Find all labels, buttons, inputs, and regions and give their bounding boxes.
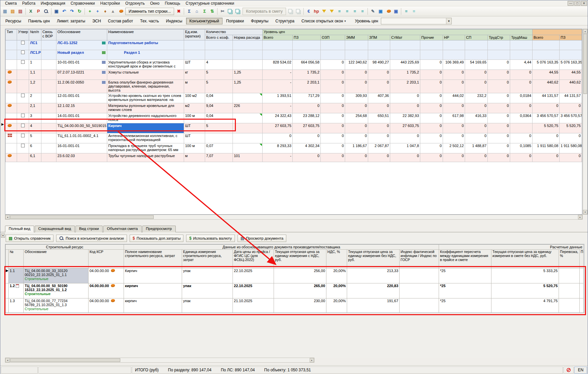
approve-checkbox[interactable] [21, 94, 25, 97]
cell-value[interactable]: 0 [443, 123, 465, 133]
cell-approve[interactable] [17, 153, 29, 162]
cell-type[interactable] [6, 153, 17, 162]
cell-value[interactable]: 0 [390, 133, 420, 143]
column-header[interactable]: Уровень цен [263, 29, 533, 35]
cell-inflation-index[interactable] [400, 268, 439, 283]
column-header[interactable]: ЗПМ [368, 35, 390, 40]
estimate-row[interactable]: 212-01-001-01Устройство кровель скатных … [6, 93, 582, 103]
cell-value[interactable]: 0 [465, 133, 488, 143]
cell-price-no-vat[interactable]: 213,33 [347, 268, 400, 283]
cell-unit[interactable]: упак [182, 283, 233, 298]
cell-unit[interactable]: м [184, 80, 205, 93]
maximize-button[interactable]: □ [574, 1, 580, 6]
cell-qty-norm[interactable]: 1,25 [233, 80, 263, 93]
cell-justification[interactable]: 12-01-001-01 [56, 93, 107, 103]
cell-value[interactable]: 44,55 [533, 70, 560, 80]
cell-vor-link[interactable] [41, 50, 56, 59]
view-document-button[interactable]: ▤Просмотр документа [238, 235, 286, 242]
notepad-icon[interactable]: hp [313, 8, 320, 15]
column-header[interactable]: ТрудСтр [488, 35, 510, 40]
cell-ksr-code[interactable]: 04.00.00.00 [89, 298, 124, 313]
tab-limit-zatraty[interactable]: Лимит. затраты [53, 18, 89, 24]
scroll-right-icon[interactable]: ► [578, 215, 582, 219]
cell-approve[interactable] [17, 133, 29, 143]
column-header[interactable]: Индекс фактической инфляции / Индекс по … [400, 250, 439, 268]
change-row-type-button[interactable]: Изменить тип строки... [125, 8, 174, 15]
cell-justification[interactable]: ТЦ_04.00.00.00_33_33120 00210_22.10.2025… [24, 268, 89, 283]
cell-value[interactable]: 1 047,8 [390, 143, 420, 153]
tab-spisok-otkrytykh-okon[interactable]: Список открытых окон▾ [298, 18, 349, 24]
scroll-left-icon[interactable]: ◄ [5, 358, 10, 362]
use-currency-button[interactable]: $Использовать валюту [186, 235, 235, 242]
cell-value[interactable]: 0 [420, 93, 443, 103]
cell-value[interactable]: 0 [510, 80, 533, 93]
cell-value[interactable]: 5 520,75 [533, 123, 560, 133]
tab-formuly[interactable]: Формулы [248, 18, 272, 24]
language-indicator[interactable]: EN [574, 367, 587, 374]
cell-approve[interactable] [17, 103, 29, 113]
chevron-down-icon[interactable]: ▾ [446, 18, 451, 24]
cell-full-name[interactable]: Кирпич [124, 268, 182, 283]
cell-value[interactable]: 0 [420, 113, 443, 123]
cell-price-date[interactable]: 22.10.2025 [233, 268, 274, 283]
cell-price-in-estimate[interactable]: 5 333,25 [491, 268, 559, 283]
approve-checkbox[interactable] [21, 41, 25, 44]
cell-approve[interactable] [17, 40, 29, 50]
cell-number[interactable]: 5 [29, 133, 41, 143]
column-header[interactable]: ПЗ [293, 35, 321, 40]
cell-value[interactable] [293, 50, 321, 59]
cell-name[interactable]: Балка опалубки фанерно-деревянная двутав… [107, 80, 184, 93]
cell-value[interactable]: 0 [465, 70, 488, 80]
cell-num[interactable]: 1.2 [9, 283, 24, 298]
cell-justification[interactable]: 14-01-001-01 [56, 113, 107, 123]
cell-value[interactable]: 0 [390, 103, 420, 113]
tab-popravki[interactable]: Поправки [223, 18, 247, 24]
column-header[interactable]: № [9, 250, 24, 268]
panels-icon[interactable]: ▦ [1, 8, 9, 15]
cell-price-in-estimate[interactable]: 5 520,75 [491, 283, 559, 298]
horizontal-scrollbar-main[interactable]: ◄ ► [5, 215, 583, 220]
cell-value[interactable]: 0 [488, 133, 510, 143]
cell-value[interactable]: - [263, 103, 293, 113]
cell-value[interactable]: 0 [293, 103, 321, 113]
cell-value[interactable]: 0 [321, 59, 345, 70]
totals-icon[interactable]: Σ [185, 8, 193, 15]
cell-value[interactable]: 0 [465, 80, 488, 93]
cell-value[interactable]: 717,29 [293, 93, 321, 103]
estimate-row[interactable]: 6,123.6.02.03Трубы чугунные напорные рас… [6, 153, 582, 162]
estimate-row[interactable]: 2,112.1.02.15Материалы рулонные кровельн… [6, 103, 582, 113]
cell-qty-total[interactable]: 4 [205, 59, 233, 70]
cell-value[interactable] [263, 40, 293, 50]
cell-value[interactable]: 0 [510, 103, 533, 113]
add-document-icon[interactable]: ▤ [9, 8, 16, 15]
cell-full-name[interactable]: кирпич [124, 298, 182, 313]
cell-name[interactable]: Хомуты стальные [107, 70, 184, 80]
cell-approve[interactable] [17, 143, 29, 153]
scroll-up-icon[interactable]: ▲ [583, 29, 587, 33]
cell-unit[interactable]: упак [182, 268, 233, 283]
cell-value[interactable]: 44 131,57 [533, 93, 560, 103]
cell-value[interactable]: 3 456 570,57 [533, 113, 560, 123]
cell-qty-norm[interactable] [233, 133, 263, 143]
menu-rabota[interactable]: Работа [19, 1, 38, 6]
cell-qty-norm[interactable] [233, 93, 263, 103]
estimate-row[interactable]: 1,211.2.06.02-0050Балка опалубки фанерно… [6, 80, 582, 93]
cell-name[interactable]: Подготовительные работы [107, 40, 184, 50]
estimate-row[interactable]: 5ТЦ_61.1.01.01-0002_4.1Антенна телевизио… [6, 133, 582, 143]
cell-vor-link[interactable] [41, 143, 56, 153]
cell-value[interactable] [345, 40, 368, 50]
close-button[interactable]: ✕ [581, 1, 587, 6]
cell-vor-link[interactable] [41, 70, 56, 80]
scrollbar-thumb[interactable] [10, 358, 120, 362]
cell-value[interactable]: - [263, 80, 293, 93]
cell-type[interactable] [6, 103, 17, 113]
cut-icon[interactable]: ✂ [219, 8, 226, 15]
cell-qty-norm[interactable] [233, 143, 263, 153]
menu-spravochniki[interactable]: Справочники [68, 1, 98, 6]
cell-unit[interactable] [184, 50, 205, 59]
estimate-row[interactable]: 4ТЦ_04.00.00.00_50_5019015КирпичШТ527 60… [6, 123, 582, 133]
cell-approve[interactable] [17, 113, 29, 123]
cell-price-with-vat[interactable]: 256,00 [274, 268, 326, 283]
approve-checkbox[interactable] [21, 114, 25, 117]
column-header[interactable] [533, 29, 582, 35]
